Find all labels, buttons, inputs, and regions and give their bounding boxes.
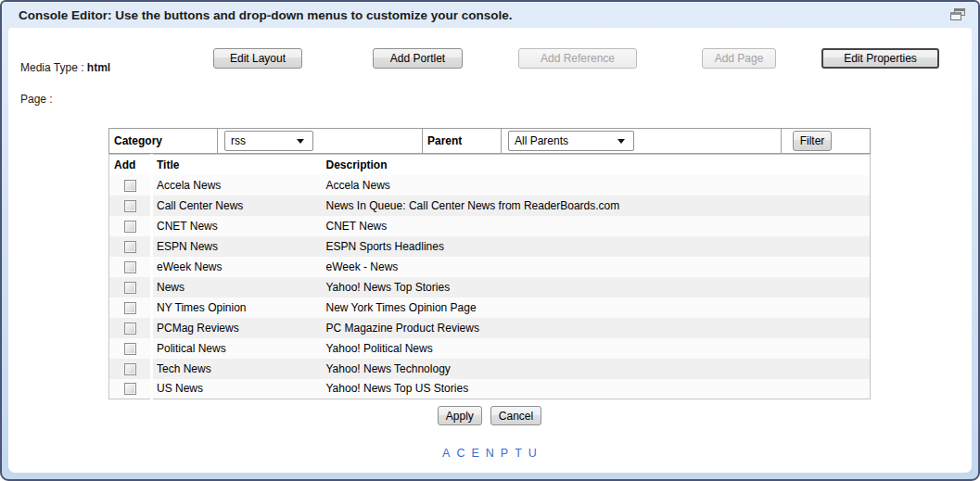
description-cell: Accela News	[322, 175, 871, 196]
index-link-u[interactable]: U	[528, 447, 537, 460]
title-cell: NY Times Opinion	[152, 297, 322, 318]
add-checkbox[interactable]	[124, 282, 136, 294]
alphabet-index: A C E N P T U	[108, 447, 871, 460]
description-cell: News In Queue: Call Center News from Rea…	[322, 196, 871, 216]
edit-properties-button[interactable]: Edit Properties	[821, 48, 939, 69]
index-link-e[interactable]: E	[471, 447, 478, 460]
add-reference-button[interactable]: Add Reference	[518, 48, 637, 69]
action-buttons: Apply Cancel	[108, 406, 871, 425]
filter-cell: Filter	[782, 129, 870, 153]
page-label: Page :	[20, 93, 53, 106]
add-cell	[109, 379, 152, 399]
index-link-t[interactable]: T	[515, 447, 522, 460]
add-cell	[109, 297, 152, 318]
parent-label: Parent	[423, 129, 502, 153]
media-type-value: html	[87, 61, 110, 74]
stacked-windows-icon-front	[950, 12, 961, 20]
table-header-row: Add Title Description	[109, 155, 871, 175]
title-cell: ESPN News	[152, 236, 322, 257]
category-dropdown[interactable]: rss	[224, 131, 313, 151]
title-cell: CNET News	[152, 216, 322, 236]
description-cell: PC Magazine Product Reviews	[322, 318, 871, 338]
description-cell: ESPN Sports Headlines	[322, 236, 871, 257]
title-cell: Tech News	[152, 359, 322, 379]
add-page-button[interactable]: Add Page	[702, 48, 776, 69]
table-row: Tech News Yahoo! News Technology	[109, 359, 871, 379]
edit-layout-button[interactable]: Edit Layout	[213, 48, 302, 69]
description-cell: Yahoo! News Top Stories	[322, 277, 871, 297]
table-row: Accela News Accela News	[109, 175, 871, 196]
index-link-a[interactable]: A	[442, 447, 450, 460]
parent-dropdown[interactable]: All Parents	[508, 131, 634, 151]
category-dropdown-value: rss	[231, 134, 246, 147]
add-checkbox[interactable]	[124, 363, 136, 375]
add-cell	[109, 236, 152, 257]
description-cell: Yahoo! Political News	[322, 338, 871, 359]
add-cell	[109, 257, 152, 277]
index-link-p[interactable]: P	[501, 447, 508, 460]
table-row: NY Times Opinion New York Times Opinion …	[109, 297, 871, 318]
description-cell: Yahoo! News Technology	[322, 359, 871, 379]
index-link-n[interactable]: N	[486, 447, 494, 460]
apply-button[interactable]: Apply	[438, 406, 482, 425]
description-cell: New York Times Opinion Page	[322, 297, 871, 318]
description-cell: Yahoo! News Top US Stories	[322, 379, 871, 399]
add-checkbox[interactable]	[124, 221, 136, 233]
add-cell	[109, 359, 152, 379]
add-cell	[109, 277, 152, 297]
description-cell: CNET News	[322, 216, 871, 236]
table-row: US News Yahoo! News Top US Stories	[109, 379, 871, 399]
title-cell: Political News	[152, 338, 322, 359]
table-row: CNET News CNET News	[109, 216, 871, 236]
titlebar: Console Editor: Use the buttons and drop…	[2, 2, 978, 28]
title-cell: US News	[152, 379, 322, 399]
title-cell: News	[152, 277, 322, 297]
add-cell	[109, 175, 152, 196]
filter-button[interactable]: Filter	[793, 131, 832, 151]
cancel-button[interactable]: Cancel	[490, 406, 541, 425]
chevron-down-icon	[617, 139, 625, 144]
add-checkbox[interactable]	[124, 180, 136, 192]
add-checkbox[interactable]	[124, 241, 136, 253]
portlet-table: Add Title Description Accela News Accela…	[108, 154, 871, 399]
content-panel: Media Type : html Page : Edit Layout Add…	[8, 28, 972, 473]
add-cell	[109, 338, 152, 359]
add-checkbox[interactable]	[124, 343, 136, 355]
index-link-c[interactable]: C	[456, 447, 465, 460]
add-checkbox[interactable]	[124, 200, 136, 212]
table-row: News Yahoo! News Top Stories	[109, 277, 871, 297]
parent-dropdown-value: All Parents	[515, 134, 568, 147]
category-label: Category	[109, 129, 218, 153]
add-checkbox[interactable]	[124, 383, 136, 395]
media-type-label: Media Type : html	[20, 61, 110, 74]
parent-cell: All Parents	[502, 129, 782, 153]
table-row: eWeek News eWeek - News	[109, 257, 871, 277]
media-type-caption: Media Type :	[20, 61, 83, 74]
chevron-down-icon	[297, 139, 304, 144]
add-cell	[109, 196, 152, 216]
table-row: Political News Yahoo! Political News	[109, 338, 871, 359]
add-cell	[109, 216, 152, 236]
description-cell: eWeek - News	[322, 257, 871, 277]
table-row: Call Center News News In Queue: Call Cen…	[109, 196, 871, 216]
title-cell: Accela News	[152, 175, 322, 196]
window-title: Console Editor: Use the buttons and drop…	[19, 8, 513, 22]
add-checkbox[interactable]	[124, 261, 136, 273]
column-header-title: Title	[152, 155, 322, 175]
title-cell: PCMag Reviews	[152, 318, 322, 338]
add-checkbox[interactable]	[124, 302, 136, 314]
category-cell: rss	[218, 129, 423, 153]
add-cell	[109, 318, 152, 338]
title-cell: Call Center News	[152, 196, 322, 216]
title-cell: eWeek News	[152, 257, 322, 277]
console-editor-window: Console Editor: Use the buttons and drop…	[0, 0, 980, 481]
add-checkbox[interactable]	[124, 323, 136, 335]
add-portlet-button[interactable]: Add Portlet	[373, 48, 463, 69]
filter-bar: Category rss Parent All Parents Filter	[108, 128, 871, 154]
column-header-add: Add	[109, 155, 152, 175]
stacked-windows-icon[interactable]	[950, 8, 966, 21]
column-header-description: Description	[322, 155, 871, 175]
table-row: PCMag Reviews PC Magazine Product Review…	[109, 318, 871, 338]
table-row: ESPN News ESPN Sports Headlines	[109, 236, 871, 257]
